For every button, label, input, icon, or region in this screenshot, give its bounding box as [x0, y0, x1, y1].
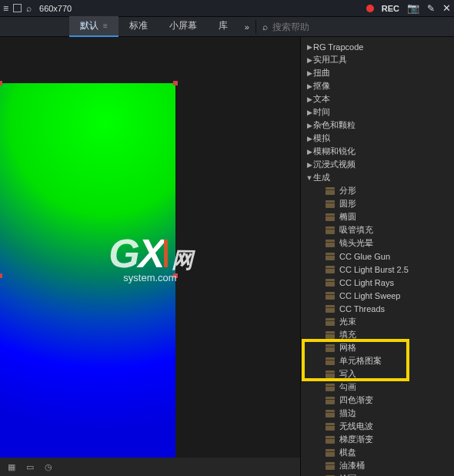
category-label: 杂色和颗粒: [313, 119, 356, 131]
effect-icon: [325, 397, 335, 404]
category-模糊和锐化[interactable]: 模糊和锐化: [301, 145, 454, 158]
effect-描边[interactable]: 描边: [301, 407, 454, 420]
effect-四色渐变[interactable]: 四色渐变: [301, 394, 454, 407]
menu-icon[interactable]: ≡: [3, 3, 8, 14]
record-label: REC: [382, 4, 399, 13]
tab-standard[interactable]: 标准: [119, 16, 159, 37]
effect-分形[interactable]: 分形: [301, 184, 454, 197]
category-label: 模拟: [313, 132, 330, 144]
effect-涂写[interactable]: 涂写: [301, 472, 454, 476]
composition-viewer[interactable]: GXI网 system.com ▦ ▭ ◷: [0, 37, 300, 476]
effect-label: CC Light Burst 2.5: [339, 265, 409, 274]
viewer-toolbar: ▦ ▭ ◷: [0, 458, 300, 476]
chevron-right-icon: [305, 43, 313, 51]
effect-镜头光晕[interactable]: 镜头光晕: [301, 236, 454, 250]
chevron-down-icon: [305, 174, 313, 182]
category-沉浸式视频[interactable]: 沉浸式视频: [301, 158, 454, 171]
topbar-left: ≡ ⌕ 660x770: [3, 3, 72, 14]
category-生成[interactable]: 生成: [301, 171, 454, 184]
category-RG Trapcode[interactable]: RG Trapcode: [301, 40, 454, 53]
camera-icon[interactable]: 📷: [407, 2, 419, 14]
effect-label: 四色渐变: [339, 394, 373, 406]
handle-mid-left[interactable]: [0, 273, 2, 278]
effect-CC Light Burst 2.5[interactable]: CC Light Burst 2.5: [301, 263, 454, 276]
handle-top-left[interactable]: [0, 81, 2, 85]
tab-menu-icon[interactable]: ≡: [103, 22, 108, 30]
category-文本[interactable]: 文本: [301, 92, 454, 106]
workspace-overflow-icon[interactable]: »: [239, 22, 255, 32]
chevron-right-icon: [305, 69, 313, 77]
effect-label: 棋盘: [339, 447, 356, 458]
chevron-right-icon: [305, 82, 313, 90]
tab-smallscreen[interactable]: 小屏幕: [159, 16, 208, 37]
effect-icon: [325, 253, 335, 260]
effect-写入[interactable]: 写入: [301, 367, 454, 380]
record-indicator-icon[interactable]: [366, 5, 374, 12]
effect-label: 梯度渐变: [339, 434, 373, 445]
effect-网格[interactable]: 网格: [301, 341, 454, 354]
search-icon[interactable]: ⌕: [26, 3, 32, 14]
effect-icon: [325, 462, 335, 470]
effect-icon: [325, 331, 335, 339]
gradient-layer[interactable]: [0, 83, 175, 468]
time-icon[interactable]: ◷: [43, 461, 54, 472]
effects-panel: RG Trapcode实用工具扭曲抠像文本时间杂色和颗粒模拟模糊和锐化沉浸式视频…: [300, 37, 454, 476]
effect-吸管填充[interactable]: 吸管填充: [301, 223, 454, 236]
effect-梯度渐变[interactable]: 梯度渐变: [301, 433, 454, 446]
effect-棋盘[interactable]: 棋盘: [301, 446, 454, 459]
category-label: 生成: [313, 172, 330, 183]
effect-icon: [325, 266, 335, 273]
mask-icon[interactable]: ▭: [25, 461, 35, 472]
effect-label: 填充: [339, 329, 356, 340]
effect-label: 勾画: [339, 381, 356, 393]
workspace-bar: 默认≡ 标准 小屏幕 库 » ⌕: [0, 17, 454, 37]
effect-label: 无线电波: [339, 421, 373, 432]
topbar-right: REC 📷 ✎ ✕: [366, 2, 451, 14]
effect-icon: [325, 187, 335, 195]
category-抠像[interactable]: 抠像: [301, 79, 454, 92]
effect-label: CC Threads: [339, 304, 385, 313]
effect-椭圆[interactable]: 椭圆: [301, 210, 454, 223]
grid-icon[interactable]: ▦: [6, 461, 17, 472]
effect-icon: [325, 240, 335, 247]
effect-CC Threads[interactable]: CC Threads: [301, 302, 454, 315]
search-input[interactable]: [272, 22, 326, 32]
effect-油漆桶[interactable]: 油漆桶: [301, 459, 454, 472]
effect-icon: [325, 449, 335, 457]
effect-CC Light Sweep[interactable]: CC Light Sweep: [301, 289, 454, 302]
effect-icon: [325, 384, 335, 391]
category-实用工具[interactable]: 实用工具: [301, 53, 454, 66]
effect-填充[interactable]: 填充: [301, 328, 454, 341]
category-模拟[interactable]: 模拟: [301, 132, 454, 145]
category-杂色和颗粒[interactable]: 杂色和颗粒: [301, 119, 454, 132]
effect-label: 分形: [339, 185, 356, 196]
effect-勾画[interactable]: 勾画: [301, 380, 454, 394]
effect-label: 涂写: [339, 473, 356, 476]
effect-CC Glue Gun[interactable]: CC Glue Gun: [301, 250, 454, 263]
effect-label: CC Glue Gun: [339, 252, 390, 261]
handle-mid-right[interactable]: [173, 273, 178, 278]
effect-CC Light Rays[interactable]: CC Light Rays: [301, 276, 454, 289]
close-icon[interactable]: ✕: [442, 2, 451, 14]
category-扭曲[interactable]: 扭曲: [301, 66, 454, 79]
effect-label: 网格: [339, 342, 356, 354]
effect-单元格图案[interactable]: 单元格图案: [301, 354, 454, 367]
pencil-icon[interactable]: ✎: [427, 3, 435, 14]
chevron-right-icon: [305, 122, 313, 129]
category-时间[interactable]: 时间: [301, 106, 454, 119]
effect-label: 镜头光晕: [339, 237, 373, 249]
effect-label: 单元格图案: [339, 355, 382, 367]
effect-光束[interactable]: 光束: [301, 315, 454, 328]
handle-top-right[interactable]: [173, 81, 178, 85]
effect-icon: [325, 292, 335, 300]
capture-dimensions: 660x770: [39, 4, 72, 13]
chevron-right-icon: [305, 148, 313, 156]
category-label: 沉浸式视频: [313, 159, 356, 170]
window-icon[interactable]: [13, 4, 22, 12]
chevron-right-icon: [305, 109, 313, 116]
tab-library[interactable]: 库: [208, 16, 239, 37]
effect-icon: [325, 226, 335, 234]
effect-圆形[interactable]: 圆形: [301, 197, 454, 210]
tab-default[interactable]: 默认≡: [69, 16, 119, 37]
effect-无线电波[interactable]: 无线电波: [301, 420, 454, 433]
